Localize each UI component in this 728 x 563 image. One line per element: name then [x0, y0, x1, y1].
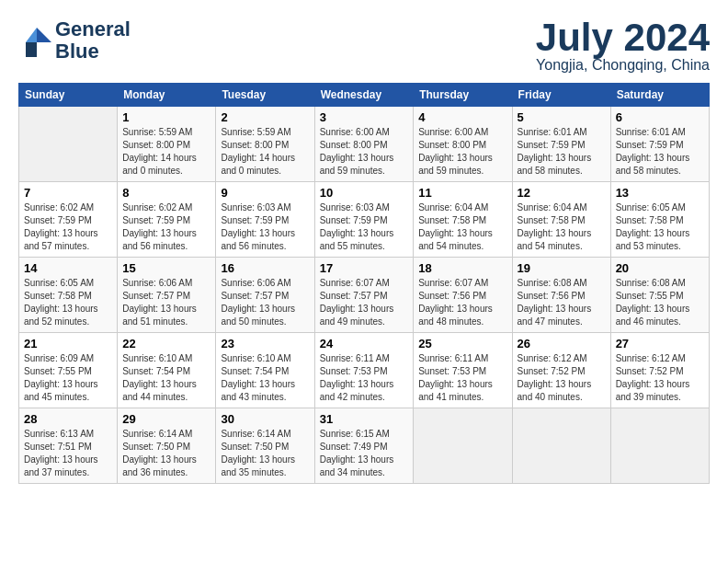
day-number: 16 — [221, 261, 309, 275]
page-header: General Blue July 2024 Yongjia, Chongqin… — [18, 18, 710, 74]
calendar-week-row: 28Sunrise: 6:13 AM Sunset: 7:51 PM Dayli… — [19, 408, 710, 484]
calendar-cell — [414, 408, 512, 484]
calendar-cell: 11Sunrise: 6:04 AM Sunset: 7:58 PM Dayli… — [414, 182, 512, 258]
day-info: Sunrise: 6:01 AM Sunset: 7:59 PM Dayligh… — [616, 126, 704, 178]
day-number: 29 — [122, 412, 210, 426]
calendar-week-row: 7Sunrise: 6:02 AM Sunset: 7:59 PM Daylig… — [19, 182, 710, 258]
day-number: 18 — [418, 261, 506, 275]
day-info: Sunrise: 6:14 AM Sunset: 7:50 PM Dayligh… — [221, 428, 309, 479]
day-number: 27 — [616, 337, 704, 350]
calendar-week-row: 21Sunrise: 6:09 AM Sunset: 7:55 PM Dayli… — [19, 333, 710, 408]
day-number: 4 — [418, 110, 506, 124]
calendar-cell: 19Sunrise: 6:08 AM Sunset: 7:56 PM Dayli… — [512, 258, 610, 333]
logo-icon — [18, 24, 51, 57]
day-number: 6 — [616, 110, 704, 124]
day-number: 12 — [518, 186, 606, 200]
day-number: 28 — [24, 412, 112, 426]
day-info: Sunrise: 6:12 AM Sunset: 7:52 PM Dayligh… — [518, 352, 606, 404]
calendar-cell: 1Sunrise: 5:59 AM Sunset: 8:00 PM Daylig… — [118, 107, 216, 182]
day-info: Sunrise: 6:00 AM Sunset: 8:00 PM Dayligh… — [418, 126, 506, 178]
calendar-cell: 15Sunrise: 6:06 AM Sunset: 7:57 PM Dayli… — [118, 258, 216, 333]
calendar-cell: 26Sunrise: 6:12 AM Sunset: 7:52 PM Dayli… — [512, 333, 610, 408]
calendar-cell: 31Sunrise: 6:15 AM Sunset: 7:49 PM Dayli… — [314, 408, 414, 484]
day-info: Sunrise: 6:05 AM Sunset: 7:58 PM Dayligh… — [616, 201, 704, 253]
month-title: July 2024 — [536, 18, 710, 57]
location: Yongjia, Chongqing, China — [536, 57, 710, 74]
day-number: 5 — [518, 110, 606, 124]
day-info: Sunrise: 6:10 AM Sunset: 7:54 PM Dayligh… — [122, 352, 210, 404]
day-info: Sunrise: 6:08 AM Sunset: 7:55 PM Dayligh… — [616, 277, 704, 328]
col-header-tuesday: Tuesday — [216, 84, 314, 107]
svg-marker-0 — [37, 28, 51, 42]
day-info: Sunrise: 6:11 AM Sunset: 7:53 PM Dayligh… — [320, 352, 409, 404]
calendar-cell: 22Sunrise: 6:10 AM Sunset: 7:54 PM Dayli… — [118, 333, 216, 408]
calendar-cell: 30Sunrise: 6:14 AM Sunset: 7:50 PM Dayli… — [216, 408, 314, 484]
day-number: 30 — [221, 412, 309, 426]
logo: General Blue — [18, 18, 131, 63]
day-number: 22 — [122, 337, 210, 350]
calendar-cell: 5Sunrise: 6:01 AM Sunset: 7:59 PM Daylig… — [512, 107, 610, 182]
day-info: Sunrise: 6:02 AM Sunset: 7:59 PM Dayligh… — [122, 201, 210, 253]
calendar-cell: 12Sunrise: 6:04 AM Sunset: 7:58 PM Dayli… — [512, 182, 610, 258]
day-number: 15 — [122, 261, 210, 275]
day-number: 20 — [616, 261, 704, 275]
day-info: Sunrise: 6:04 AM Sunset: 7:58 PM Dayligh… — [518, 201, 606, 253]
calendar-cell: 18Sunrise: 6:07 AM Sunset: 7:56 PM Dayli… — [414, 258, 512, 333]
day-number: 13 — [616, 186, 704, 200]
day-number: 19 — [518, 261, 606, 275]
day-info: Sunrise: 6:07 AM Sunset: 7:57 PM Dayligh… — [320, 277, 409, 328]
day-number: 3 — [320, 110, 409, 124]
day-number: 26 — [518, 337, 606, 350]
day-number: 31 — [320, 412, 409, 426]
calendar-cell: 3Sunrise: 6:00 AM Sunset: 8:00 PM Daylig… — [314, 107, 414, 182]
day-number: 11 — [418, 186, 506, 200]
title-block: July 2024 Yongjia, Chongqing, China — [536, 18, 710, 74]
day-info: Sunrise: 6:00 AM Sunset: 8:00 PM Dayligh… — [320, 126, 409, 178]
day-number: 17 — [320, 261, 409, 275]
calendar-cell: 28Sunrise: 6:13 AM Sunset: 7:51 PM Dayli… — [19, 408, 118, 484]
day-info: Sunrise: 6:13 AM Sunset: 7:51 PM Dayligh… — [24, 428, 112, 479]
calendar-cell: 17Sunrise: 6:07 AM Sunset: 7:57 PM Dayli… — [314, 258, 414, 333]
day-number: 7 — [24, 186, 112, 200]
calendar-cell: 8Sunrise: 6:02 AM Sunset: 7:59 PM Daylig… — [118, 182, 216, 258]
svg-marker-1 — [26, 28, 37, 42]
calendar-header-row: SundayMondayTuesdayWednesdayThursdayFrid… — [19, 84, 710, 107]
day-info: Sunrise: 6:14 AM Sunset: 7:50 PM Dayligh… — [122, 428, 210, 479]
calendar-week-row: 14Sunrise: 6:05 AM Sunset: 7:58 PM Dayli… — [19, 258, 710, 333]
day-info: Sunrise: 6:12 AM Sunset: 7:52 PM Dayligh… — [616, 352, 704, 404]
day-info: Sunrise: 6:05 AM Sunset: 7:58 PM Dayligh… — [24, 277, 112, 328]
calendar-cell: 9Sunrise: 6:03 AM Sunset: 7:59 PM Daylig… — [216, 182, 314, 258]
day-number: 10 — [320, 186, 409, 200]
day-number: 2 — [221, 110, 309, 124]
calendar-cell: 7Sunrise: 6:02 AM Sunset: 7:59 PM Daylig… — [19, 182, 118, 258]
day-number: 8 — [122, 186, 210, 200]
calendar-cell: 20Sunrise: 6:08 AM Sunset: 7:55 PM Dayli… — [610, 258, 709, 333]
calendar-week-row: 1Sunrise: 5:59 AM Sunset: 8:00 PM Daylig… — [19, 107, 710, 182]
calendar-cell: 23Sunrise: 6:10 AM Sunset: 7:54 PM Dayli… — [216, 333, 314, 408]
col-header-sunday: Sunday — [19, 84, 118, 107]
col-header-friday: Friday — [512, 84, 610, 107]
col-header-thursday: Thursday — [414, 84, 512, 107]
calendar-cell: 2Sunrise: 5:59 AM Sunset: 8:00 PM Daylig… — [216, 107, 314, 182]
day-number: 24 — [320, 337, 409, 350]
day-number: 1 — [122, 110, 210, 124]
day-info: Sunrise: 6:04 AM Sunset: 7:58 PM Dayligh… — [418, 201, 506, 253]
day-info: Sunrise: 6:06 AM Sunset: 7:57 PM Dayligh… — [221, 277, 309, 328]
calendar-cell: 25Sunrise: 6:11 AM Sunset: 7:53 PM Dayli… — [414, 333, 512, 408]
day-number: 14 — [24, 261, 112, 275]
calendar-cell: 24Sunrise: 6:11 AM Sunset: 7:53 PM Dayli… — [314, 333, 414, 408]
logo-text: General Blue — [55, 18, 131, 63]
col-header-saturday: Saturday — [610, 84, 709, 107]
calendar-cell: 21Sunrise: 6:09 AM Sunset: 7:55 PM Dayli… — [19, 333, 118, 408]
calendar-cell — [512, 408, 610, 484]
day-number: 23 — [221, 337, 309, 350]
day-info: Sunrise: 6:06 AM Sunset: 7:57 PM Dayligh… — [122, 277, 210, 328]
day-info: Sunrise: 6:09 AM Sunset: 7:55 PM Dayligh… — [24, 352, 112, 404]
svg-marker-2 — [26, 42, 37, 57]
col-header-monday: Monday — [118, 84, 216, 107]
day-number: 25 — [418, 337, 506, 350]
calendar-cell: 16Sunrise: 6:06 AM Sunset: 7:57 PM Dayli… — [216, 258, 314, 333]
calendar-cell: 13Sunrise: 6:05 AM Sunset: 7:58 PM Dayli… — [610, 182, 709, 258]
day-info: Sunrise: 5:59 AM Sunset: 8:00 PM Dayligh… — [122, 126, 210, 178]
day-info: Sunrise: 6:02 AM Sunset: 7:59 PM Dayligh… — [24, 201, 112, 253]
